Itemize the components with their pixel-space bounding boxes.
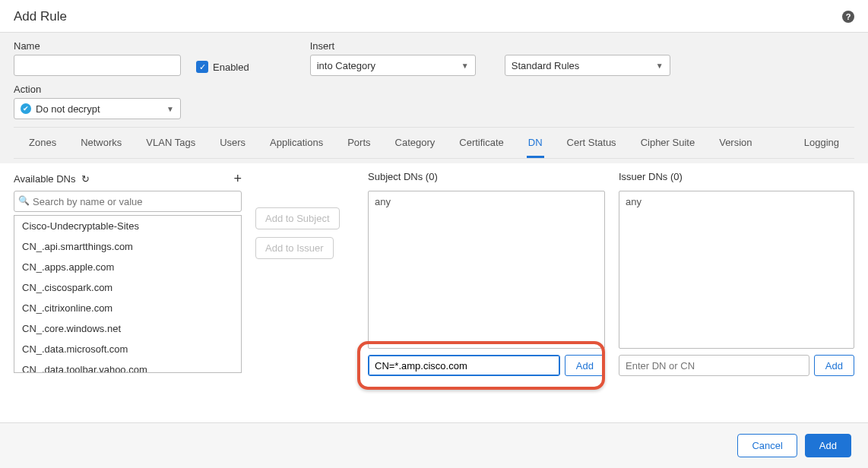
rules-select[interactable]: Standard Rules ▼	[505, 55, 670, 76]
tab-vlan-tags[interactable]: VLAN Tags	[144, 128, 197, 158]
list-item[interactable]: CN_.api.smartthings.com	[14, 236, 241, 257]
chevron-down-icon: ▼	[166, 105, 174, 113]
list-item[interactable]: Cisco-Undecryptable-Sites	[14, 216, 241, 236]
tab-zones[interactable]: Zones	[27, 128, 58, 158]
issuer-add-button[interactable]: Add	[814, 355, 854, 376]
tab-version[interactable]: Version	[718, 128, 753, 158]
upper-form: Name ✓ Enabled Insert into Category ▼ x …	[0, 33, 868, 163]
tab-certificate[interactable]: Certificate	[458, 128, 505, 158]
issuer-dn-input[interactable]	[619, 355, 809, 376]
tabs: ZonesNetworksVLAN TagsUsersApplicationsP…	[14, 127, 854, 159]
chevron-down-icon: ▼	[656, 62, 664, 70]
dialog-footer: Cancel Add	[0, 422, 868, 468]
action-value: Do not decrypt	[36, 103, 100, 115]
action-select[interactable]: ✔ Do not decrypt ▼	[14, 98, 181, 119]
issuer-dns-label: Issuer DNs (0)	[619, 171, 854, 186]
chevron-down-icon: ▼	[461, 62, 469, 70]
available-dns-label: Available DNs	[14, 173, 75, 185]
tab-logging[interactable]: Logging	[803, 128, 841, 158]
enabled-checkbox[interactable]: ✓ Enabled	[196, 61, 249, 73]
list-item[interactable]: CN_.core.windows.net	[14, 318, 241, 339]
available-dn-list[interactable]: Cisco-Undecryptable-SitesCN_.api.smartth…	[14, 215, 242, 373]
search-input[interactable]	[14, 191, 242, 212]
dialog-title: Add Rule	[14, 9, 67, 24]
list-item[interactable]: CN_.ciscospark.com	[14, 277, 241, 298]
tab-users[interactable]: Users	[218, 128, 247, 158]
tab-ports[interactable]: Ports	[346, 128, 372, 158]
tab-applications[interactable]: Applications	[268, 128, 325, 158]
subject-dns-label: Subject DNs (0)	[368, 171, 605, 186]
list-item[interactable]: CN_.data.toolbar.yahoo.com	[14, 359, 241, 373]
tab-cert-status[interactable]: Cert Status	[565, 128, 618, 158]
action-label: Action	[14, 84, 181, 95]
enabled-label: Enabled	[213, 62, 249, 73]
search-icon: 🔍	[18, 195, 30, 206]
insert-label: Insert	[310, 40, 476, 52]
do-not-decrypt-icon: ✔	[21, 103, 31, 114]
checkbox-icon: ✓	[196, 61, 208, 73]
insert-select[interactable]: into Category ▼	[310, 55, 476, 76]
subject-dns-box: any	[368, 191, 605, 349]
dn-content: Available DNs ↻ + 🔍 Cisco-Undecryptable-…	[0, 163, 868, 376]
tab-networks[interactable]: Networks	[79, 128, 123, 158]
dialog-header: Add Rule ?	[0, 0, 868, 33]
issuer-dns-box: any	[619, 191, 854, 349]
list-item[interactable]: CN_.data.microsoft.com	[14, 339, 241, 359]
name-input[interactable]	[14, 55, 181, 76]
help-icon[interactable]: ?	[842, 11, 854, 23]
insert-value: into Category	[317, 60, 375, 71]
tab-category[interactable]: Category	[394, 128, 437, 158]
cancel-button[interactable]: Cancel	[737, 434, 797, 457]
name-label: Name	[14, 40, 181, 52]
tab-cipher-suite[interactable]: Cipher Suite	[639, 128, 697, 158]
rules-value: Standard Rules	[512, 60, 580, 71]
add-to-subject-button[interactable]: Add to Subject	[255, 207, 340, 229]
list-item[interactable]: CN_.apps.apple.com	[14, 257, 241, 277]
subject-dn-input[interactable]	[368, 355, 560, 376]
add-to-issuer-button[interactable]: Add to Issuer	[255, 237, 334, 259]
add-dn-icon[interactable]: +	[233, 171, 242, 187]
list-item[interactable]: CN_.citrixonline.com	[14, 298, 241, 318]
refresh-icon[interactable]: ↻	[81, 173, 90, 185]
add-button[interactable]: Add	[805, 434, 851, 457]
subject-add-button[interactable]: Add	[565, 355, 605, 376]
tab-dn[interactable]: DN	[527, 128, 544, 158]
